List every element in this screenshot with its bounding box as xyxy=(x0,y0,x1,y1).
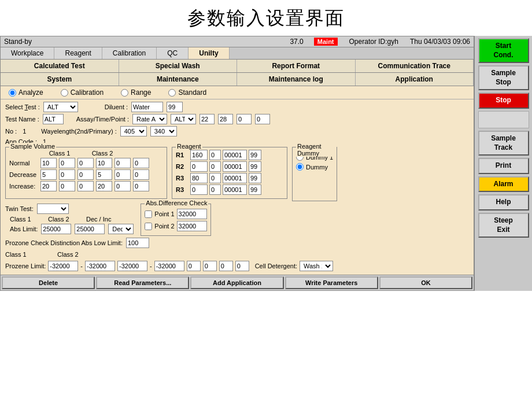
read-parameters-button[interactable]: Read Parameters... xyxy=(96,276,189,289)
help-button[interactable]: Help xyxy=(478,194,529,210)
assay-select[interactable]: Rate A xyxy=(132,114,167,124)
menu-maintenance[interactable]: Maintenance xyxy=(119,73,238,86)
assay-val3[interactable] xyxy=(237,114,252,124)
menu-special-wash[interactable]: Special Wash xyxy=(119,60,238,72)
radio-analyze[interactable]: Analyze xyxy=(9,88,43,97)
pz-c1-from[interactable] xyxy=(48,261,78,271)
menu-report-format[interactable]: Report Format xyxy=(237,60,356,72)
decrease-c2-0[interactable] xyxy=(96,169,112,180)
steep-exit-button[interactable]: Steep Exit xyxy=(478,213,529,238)
prozone-check-val[interactable] xyxy=(126,238,149,248)
menu-communication-trace[interactable]: Communication Trace xyxy=(356,60,474,72)
point1-val[interactable] xyxy=(177,209,207,219)
normal-c2-1[interactable] xyxy=(114,158,131,168)
decrease-c1-1[interactable] xyxy=(59,169,75,180)
point2-val[interactable] xyxy=(177,221,207,231)
increase-c1-1[interactable] xyxy=(59,181,75,191)
assay-val1[interactable] xyxy=(200,114,215,124)
pz-c2-to[interactable] xyxy=(154,261,184,271)
r1-val1[interactable] xyxy=(190,150,208,160)
tab-workplace[interactable]: Workplace xyxy=(1,47,54,59)
abs-limit-c1[interactable] xyxy=(41,224,71,234)
wavelength-2nd-select[interactable]: 405 xyxy=(120,126,147,136)
r3a-val4[interactable] xyxy=(249,173,261,183)
r2-val3[interactable] xyxy=(223,161,247,172)
normal-label: Normal xyxy=(9,160,38,167)
point1-checkbox[interactable] xyxy=(145,210,152,218)
abs-limit-c2[interactable] xyxy=(75,224,105,234)
dummy-radio[interactable] xyxy=(296,163,304,171)
increase-c1-0[interactable] xyxy=(40,181,57,191)
ok-button[interactable]: OK xyxy=(379,276,472,289)
r3b-val1[interactable] xyxy=(190,184,208,195)
r1-val3[interactable] xyxy=(223,150,247,160)
r3b-val3[interactable] xyxy=(223,184,247,195)
test-name-input[interactable] xyxy=(43,114,64,124)
decrease-c2-1[interactable] xyxy=(114,169,131,180)
increase-c2-1[interactable] xyxy=(114,181,131,191)
diluent-label: Diluent : xyxy=(105,104,128,110)
r3b-val4[interactable] xyxy=(249,184,261,195)
r3a-val1[interactable] xyxy=(190,173,208,183)
pz-extra1[interactable] xyxy=(187,261,201,271)
increase-c2-0[interactable] xyxy=(96,181,112,191)
reagent-dummy-label: Reagent Dummy xyxy=(296,143,337,157)
r3a-val2[interactable] xyxy=(209,173,221,183)
write-parameters-button[interactable]: Write Parameters xyxy=(285,276,378,289)
abs-decinc-header: Dec / Inc xyxy=(86,216,115,223)
increase-c1-2[interactable] xyxy=(77,181,94,191)
twin-test-select[interactable] xyxy=(37,204,69,214)
pz-c1-to[interactable] xyxy=(85,261,115,271)
alarm-button[interactable]: Alarm xyxy=(478,176,529,193)
r1-val4[interactable] xyxy=(249,150,261,160)
normal-c1-2[interactable] xyxy=(77,158,94,168)
pz-extra2[interactable] xyxy=(203,261,217,271)
normal-c2-0[interactable] xyxy=(96,158,112,168)
point2-checkbox[interactable] xyxy=(145,223,152,230)
radio-standard[interactable]: Standard xyxy=(168,88,206,97)
decrease-c1-2[interactable] xyxy=(77,169,94,180)
alt-select[interactable]: ALT xyxy=(171,114,196,124)
sample-volume-label: Sample Volume xyxy=(9,143,56,150)
delete-button[interactable]: Delete xyxy=(2,276,95,289)
r3a-val3[interactable] xyxy=(223,173,247,183)
tab-qc[interactable]: QC xyxy=(157,47,189,59)
r2-val2[interactable] xyxy=(209,161,221,172)
normal-c1-1[interactable] xyxy=(59,158,75,168)
radio-calibration[interactable]: Calibration xyxy=(61,88,104,97)
menu-application[interactable]: Application xyxy=(356,73,474,86)
normal-c2-2[interactable] xyxy=(133,158,149,168)
start-cond-button[interactable]: Start Cond. xyxy=(478,38,529,63)
print-button[interactable]: Print xyxy=(478,158,529,174)
pz-extra4[interactable] xyxy=(235,261,249,271)
select-test-dropdown[interactable]: ALT xyxy=(43,102,78,112)
cell-detergent-select[interactable]: Wash 1 xyxy=(300,261,333,271)
pz-c2-from[interactable] xyxy=(117,261,147,271)
sample-stop-button[interactable]: Sample Stop xyxy=(478,65,529,90)
tab-reagent[interactable]: Reagent xyxy=(54,47,102,59)
menu-maintenance-log[interactable]: Maintenance log xyxy=(237,73,356,86)
add-application-button[interactable]: Add Application xyxy=(190,276,283,289)
assay-val4[interactable] xyxy=(255,114,270,124)
diluent-input[interactable] xyxy=(131,102,163,112)
menu-system[interactable]: System xyxy=(1,73,119,86)
menu-calculated-test[interactable]: Calculated Test xyxy=(1,60,119,72)
increase-c2-2[interactable] xyxy=(133,181,149,191)
stop-button[interactable]: Stop xyxy=(478,93,529,109)
r1-val2[interactable] xyxy=(209,150,221,160)
r2-val4[interactable] xyxy=(249,161,261,172)
wavelength-primary-select[interactable]: 340 xyxy=(150,126,177,136)
radio-range[interactable]: Range xyxy=(121,88,151,97)
pz-extra3[interactable] xyxy=(219,261,233,271)
dec-inc-select[interactable]: Dec xyxy=(108,224,134,234)
tab-calibration[interactable]: Calibration xyxy=(102,47,157,59)
diluent-val-input[interactable] xyxy=(167,102,183,112)
r2-val1[interactable] xyxy=(190,161,208,172)
r3b-val2[interactable] xyxy=(209,184,221,195)
normal-c1-0[interactable] xyxy=(40,158,57,168)
decrease-c2-2[interactable] xyxy=(133,169,149,180)
decrease-c1-0[interactable] xyxy=(40,169,57,180)
tab-unilty[interactable]: Unilty xyxy=(189,47,229,59)
assay-val2[interactable] xyxy=(218,114,233,124)
sample-track-button[interactable]: Sample Track xyxy=(478,131,529,156)
